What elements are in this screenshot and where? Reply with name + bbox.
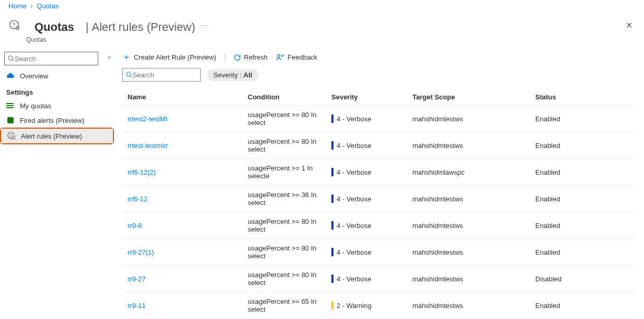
severity-bar-icon — [331, 221, 334, 230]
button-label: Feedback — [288, 53, 317, 61]
svg-line-16 — [130, 76, 132, 77]
pill-label: Severity : — [213, 71, 244, 79]
col-severity[interactable]: Severity — [331, 93, 412, 101]
table-row: rr9-8usagePercent >= 80 In select4 - Ver… — [122, 212, 636, 239]
page-title-divider: | — [86, 20, 89, 34]
alert-rules-icon — [7, 132, 16, 140]
sidebar-search-input[interactable] — [15, 55, 95, 63]
rule-status: Enabled — [535, 195, 630, 203]
severity-bar-icon — [331, 275, 334, 283]
rule-status: Enabled — [535, 302, 630, 310]
table-row: rrtest2-testMIusagePercent >= 80 In sele… — [122, 106, 636, 132]
pill-value: All — [244, 71, 252, 79]
rule-severity: 4 - Verbose — [331, 275, 412, 283]
cloud-icon — [6, 72, 15, 80]
severity-bar-icon — [331, 168, 334, 176]
table-row: rr9-27(1)usagePercent >= 80 In select4 -… — [122, 239, 636, 266]
rule-severity: 4 - Verbose — [331, 248, 412, 256]
rule-name-link[interactable]: rrf6-12 — [128, 195, 248, 203]
col-condition[interactable]: Condition — [248, 93, 331, 101]
rule-name-link[interactable]: rr9-8 — [128, 222, 248, 230]
rule-condition: usagePercent >= 80 In select — [248, 218, 331, 233]
feedback-icon — [276, 54, 284, 61]
close-icon[interactable]: ✕ — [623, 17, 636, 33]
list-icon — [6, 101, 15, 110]
rule-severity: 4 - Verbose — [331, 195, 412, 203]
sidebar-search[interactable] — [4, 52, 98, 65]
breadcrumb-home[interactable]: Home — [8, 2, 27, 10]
highlight-annotation: Alert rules (Preview) — [0, 128, 114, 144]
rule-scope: mahshidmtestws — [412, 142, 535, 150]
feedback-button[interactable]: Feedback — [276, 53, 317, 61]
refresh-button[interactable]: Refresh — [234, 53, 268, 61]
rule-severity: 2 - Warning — [331, 301, 412, 310]
filter-row: Severity : All — [122, 68, 636, 89]
sidebar-item-label: Alert rules (Preview) — [21, 132, 82, 140]
sidebar-item-label: Overview — [20, 72, 48, 80]
rule-name-link[interactable]: rr9-27 — [128, 275, 248, 283]
breadcrumb-quotas[interactable]: Quotas — [37, 2, 59, 10]
page-header: Quotas | Alert rules (Preview) ··· ✕ — [0, 12, 644, 36]
rule-scope: mahshidmtestws — [412, 275, 535, 283]
rule-name-link[interactable]: rrtest2-testMI — [128, 115, 248, 123]
rule-condition: usagePercent >= 80 In select — [248, 244, 331, 260]
rule-status: Enabled — [535, 222, 630, 230]
table-row: rrtest-testmirrusagePercent >= 80 In sel… — [122, 132, 636, 159]
plus-icon: ＋ — [122, 52, 131, 63]
rule-condition: usagePercent >= 36 In select — [248, 191, 331, 207]
table-search[interactable] — [122, 68, 201, 82]
rule-name-link[interactable]: rrf6-12(2) — [128, 168, 248, 176]
button-label: Refresh — [244, 53, 268, 61]
col-status[interactable]: Status — [535, 93, 630, 101]
col-scope[interactable]: Target Scope — [412, 93, 535, 101]
toolbar: ＋ Create Alert Rule (Preview) Refresh Fe… — [122, 52, 636, 68]
rule-condition: usagePercent >= 80 In select — [248, 138, 331, 153]
table-header: Name Condition Severity Target Scope Sta… — [122, 89, 636, 106]
more-actions-icon[interactable]: ··· — [201, 21, 210, 29]
sidebar-section-settings: Settings — [0, 83, 114, 98]
sidebar-item-overview[interactable]: Overview — [0, 69, 114, 83]
severity-bar-icon — [331, 115, 334, 123]
rule-scope: mahshidmlawspc — [412, 168, 535, 176]
rule-condition: usagePercent >= 65 In select — [248, 298, 331, 313]
collapse-sidebar-icon[interactable]: « — [108, 54, 111, 60]
rule-condition: usagePercent >= 1 In selecte — [248, 164, 331, 180]
sidebar-item-fired-alerts[interactable]: Fired alerts (Preview) — [0, 113, 114, 128]
quotas-icon — [8, 19, 21, 31]
breadcrumb-separator: › — [30, 2, 32, 10]
svg-point-14 — [278, 54, 280, 57]
sidebar-item-my-quotas[interactable]: My quotas — [0, 98, 114, 113]
severity-filter-pill[interactable]: Severity : All — [207, 69, 258, 81]
sidebar-item-alert-rules[interactable]: Alert rules (Preview) — [1, 129, 113, 143]
rule-name-link[interactable]: rr9-11 — [128, 302, 248, 310]
page-subtitle: Quotas — [0, 36, 644, 48]
rule-severity: 4 - Verbose — [331, 168, 412, 176]
table-row: rrf6-12(2)usagePercent >= 1 In selecte4 … — [122, 159, 636, 186]
rule-scope: mahshidmtestws — [412, 115, 535, 123]
page-title-sub: Alert rules (Preview) — [92, 20, 196, 34]
rule-severity: 4 - Verbose — [331, 221, 412, 230]
col-name[interactable]: Name — [128, 93, 248, 101]
table-search-input[interactable] — [133, 71, 197, 79]
table-row: rr9-11usagePercent >= 65 In select2 - Wa… — [122, 292, 636, 319]
rule-scope: mahshidmtestws — [412, 248, 535, 256]
rule-condition: usagePercent >= 80 In select — [248, 111, 331, 127]
rule-status: Enabled — [535, 115, 630, 123]
rule-status: Enabled — [535, 248, 630, 256]
create-alert-rule-button[interactable]: ＋ Create Alert Rule (Preview) — [122, 52, 216, 63]
rule-scope: mahshidmtestws — [412, 222, 535, 230]
rule-name-link[interactable]: rr9-27(1) — [128, 248, 248, 256]
table-row: rrf6-12usagePercent >= 36 In select4 - V… — [122, 186, 636, 212]
rule-name-link[interactable]: rrtest-testmirr — [128, 142, 248, 150]
sidebar-item-label: Fired alerts (Preview) — [20, 117, 85, 124]
search-icon — [126, 71, 133, 78]
rule-status: Disabled — [535, 275, 630, 283]
svg-point-4 — [8, 56, 13, 60]
svg-line-5 — [12, 60, 14, 61]
severity-bar-icon — [331, 301, 334, 310]
alerts-icon — [6, 116, 15, 124]
svg-rect-9 — [7, 117, 14, 123]
toolbar-separator — [225, 53, 225, 62]
severity-bar-icon — [331, 141, 334, 150]
button-label: Create Alert Rule (Preview) — [134, 53, 216, 61]
